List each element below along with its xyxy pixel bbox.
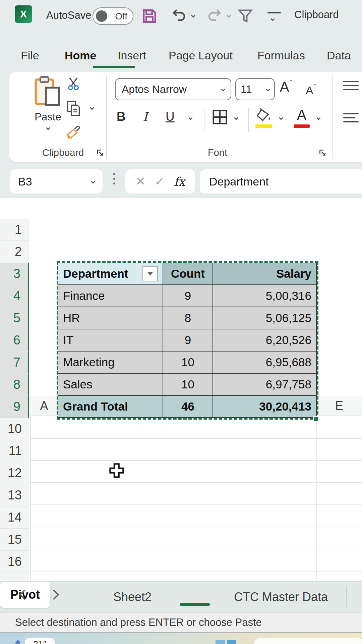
tab-file[interactable]: File xyxy=(21,47,39,64)
row-header-9[interactable]: 9 xyxy=(0,396,29,418)
formula-input[interactable]: Department xyxy=(200,169,362,194)
row-header-6[interactable]: 6 xyxy=(0,329,29,352)
fill-color-icon[interactable] xyxy=(255,108,273,124)
font-color-button[interactable]: A xyxy=(293,107,310,123)
row-header-11[interactable]: 11 xyxy=(0,440,29,462)
ribbon-display-options-icon[interactable] xyxy=(267,12,281,22)
font-size-value: 11 xyxy=(241,83,266,96)
save-icon[interactable] xyxy=(141,7,158,25)
underline-button[interactable]: U xyxy=(166,110,175,124)
copy-icon[interactable] xyxy=(66,100,82,118)
cut-icon[interactable] xyxy=(66,75,81,93)
status-bar: Select destination and press ENTER or ch… xyxy=(0,612,362,632)
font-dialog-launcher-icon[interactable] xyxy=(318,149,326,157)
fill-color-dropdown-icon[interactable] xyxy=(279,116,283,120)
row-header-12[interactable]: 12 xyxy=(0,462,29,484)
excel-app-icon[interactable]: X xyxy=(15,5,32,23)
borders-dropdown-icon[interactable] xyxy=(234,116,238,120)
align-top-icon[interactable] xyxy=(343,81,359,93)
column-header-e[interactable]: E xyxy=(317,396,362,416)
row-header-15[interactable]: 15 xyxy=(0,529,29,551)
name-box-dropdown-icon xyxy=(91,179,95,184)
taskbar-search-box[interactable] xyxy=(254,638,362,644)
align-left-icon[interactable] xyxy=(343,113,359,125)
formula-value: Department xyxy=(209,175,269,188)
fill-color-bar xyxy=(255,124,272,128)
italic-button[interactable]: I xyxy=(143,110,148,124)
format-painter-icon[interactable] xyxy=(65,123,83,143)
autosave-state: Off xyxy=(115,11,127,22)
copy-dropdown-icon[interactable] xyxy=(90,106,94,110)
enter-icon[interactable]: ✓ xyxy=(155,174,165,189)
row-header-1[interactable]: 1 xyxy=(0,219,29,241)
row-header-7[interactable]: 7 xyxy=(0,352,29,374)
row-header-14[interactable]: 14 xyxy=(0,506,29,529)
row-header-5[interactable]: 5 xyxy=(0,307,29,329)
tab-insert[interactable]: Insert xyxy=(118,47,146,64)
row-header-2[interactable]: 2 xyxy=(0,241,29,263)
divider xyxy=(248,108,249,132)
weather-dot-icon xyxy=(15,640,20,644)
insert-function-icon[interactable]: fx xyxy=(174,175,185,189)
group-divider xyxy=(332,75,333,159)
font-size-select[interactable]: 11 xyxy=(235,78,275,100)
formula-bar-divider-icon xyxy=(113,173,115,184)
taskbar-app-icon[interactable] xyxy=(216,640,225,644)
toggle-knob-icon xyxy=(96,10,107,22)
paste-dropdown-icon xyxy=(46,126,50,130)
underline-dropdown-icon[interactable] xyxy=(188,116,193,120)
cancel-icon[interactable]: ✕ xyxy=(135,174,145,189)
taskbar-app-icon[interactable] xyxy=(227,640,236,644)
excel-window: { "top_bar": { "app_name": "X", "autosav… xyxy=(0,0,362,644)
undo-icon[interactable] xyxy=(170,7,188,25)
sheet-tab-bar: Sheet2 Pivot CTC Master Data xyxy=(0,581,362,612)
ribbon-panel: Paste Aptos Narrow 11 Aˆ Aˇ B I U A xyxy=(9,72,362,162)
active-tab-underline xyxy=(93,66,135,68)
tab-home[interactable]: Home xyxy=(65,47,96,64)
taskbar-strip: 21° xyxy=(0,632,362,644)
sheet-tab-ctc-master-data[interactable]: CTC Master Data xyxy=(234,582,328,612)
redo-icon xyxy=(206,7,223,25)
font-color-bar xyxy=(294,124,310,128)
tab-formulas[interactable]: Formulas xyxy=(257,47,305,64)
row-header-10[interactable]: 10 xyxy=(0,418,29,440)
clipboard-overflow-label[interactable]: Clipboard xyxy=(294,9,339,21)
font-name-select[interactable]: Aptos Narrow xyxy=(115,78,231,100)
row-header-3[interactable]: 3 xyxy=(0,263,29,285)
undo-dropdown-icon[interactable] xyxy=(191,13,195,18)
column-header-a[interactable]: A xyxy=(30,396,58,416)
active-sheet-underline xyxy=(180,603,210,606)
bold-button[interactable]: B xyxy=(117,110,126,124)
row-header-13[interactable]: 13 xyxy=(0,484,29,506)
clipboard-group-label: Clipboard xyxy=(42,147,84,158)
tab-page-layout[interactable]: Page Layout xyxy=(169,47,233,64)
row-header-17-partial[interactable] xyxy=(0,573,29,581)
fill-handle[interactable] xyxy=(313,416,319,422)
next-sheet-icon[interactable] xyxy=(49,589,59,600)
redo-dropdown-icon xyxy=(227,13,231,18)
clipboard-dialog-launcher-icon[interactable] xyxy=(96,149,104,157)
tab-divider xyxy=(346,586,347,607)
font-group-label: Font xyxy=(208,147,227,158)
row-header-16[interactable]: 16 xyxy=(0,551,29,573)
name-box-value: B3 xyxy=(18,175,92,188)
font-size-dropdown-icon xyxy=(266,87,270,92)
copy-selection-marquee xyxy=(57,261,318,420)
filter-icon[interactable] xyxy=(237,7,254,25)
font-name-dropdown-icon xyxy=(221,87,225,92)
increase-font-size-button[interactable]: Aˆ xyxy=(280,78,292,96)
borders-icon[interactable] xyxy=(211,108,229,127)
weather-widget[interactable]: 21° xyxy=(25,638,55,644)
font-color-dropdown-icon[interactable] xyxy=(316,116,321,120)
font-name-value: Aptos Narrow xyxy=(122,83,222,96)
cell-cursor-icon xyxy=(108,462,125,480)
name-box[interactable]: B3 xyxy=(10,169,103,194)
tab-data[interactable]: Data xyxy=(327,47,351,64)
autosave-toggle[interactable]: Off xyxy=(93,7,133,25)
row-header-4[interactable]: 4 xyxy=(0,285,29,307)
row-header-8[interactable]: 8 xyxy=(0,374,29,396)
divider xyxy=(204,108,204,132)
status-message: Select destination and press ENTER or ch… xyxy=(15,616,262,629)
decrease-font-size-button[interactable]: Aˇ xyxy=(306,82,316,97)
sheet-tab-sheet2[interactable]: Sheet2 xyxy=(113,582,152,612)
